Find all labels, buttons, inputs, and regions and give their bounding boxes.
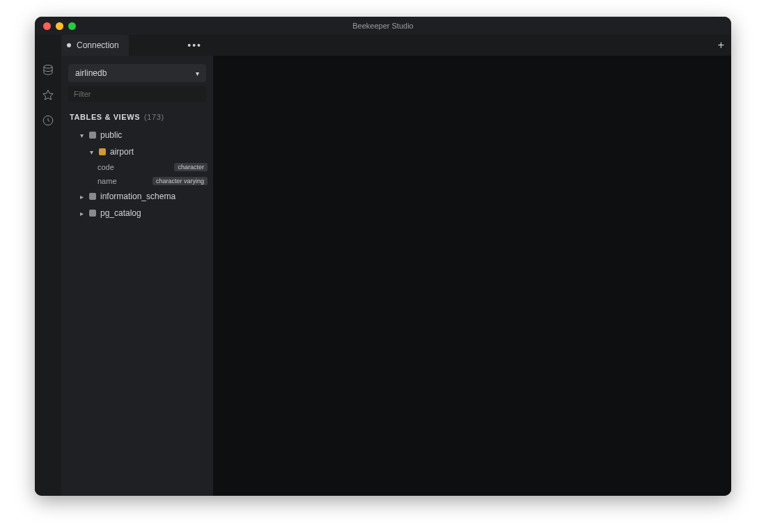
table-item-label: airport	[110, 147, 134, 157]
editor-area	[213, 56, 731, 496]
schema-tree: ▾ public ▾ airport code character name	[61, 127, 213, 221]
section-label: TABLES & VIEWS	[70, 113, 140, 121]
tab-connection-label: Connection	[77, 40, 119, 50]
app-window: Beekeeper Studio Connection ••• + airlin…	[35, 17, 731, 496]
schema-item-label: public	[100, 130, 122, 140]
svg-point-0	[44, 65, 52, 69]
schema-item-label: information_schema	[100, 191, 175, 201]
column-type-badge: character varying	[153, 177, 208, 185]
titlebar: Beekeeper Studio	[35, 17, 731, 35]
sidebar: airlinedb ▾ TABLES & VIEWS (173) ▾ publi…	[61, 56, 213, 496]
database-icon[interactable]	[42, 64, 54, 77]
tables-views-header: TABLES & VIEWS (173)	[61, 109, 213, 127]
schema-icon	[89, 210, 96, 217]
tab-status-dot-icon	[67, 43, 71, 47]
tab-connection[interactable]: Connection	[61, 35, 129, 56]
star-icon[interactable]	[42, 89, 54, 102]
table-item-airport[interactable]: ▾ airport	[61, 143, 213, 160]
filter-input[interactable]	[68, 86, 206, 102]
schema-icon	[89, 132, 96, 139]
section-count: (173)	[144, 113, 164, 121]
database-select-value: airlinedb	[75, 68, 107, 78]
schema-item-public[interactable]: ▾ public	[61, 127, 213, 143]
column-type-badge: character	[174, 163, 208, 171]
chevron-down-icon: ▾	[196, 70, 199, 77]
column-name: code	[97, 163, 114, 171]
database-select[interactable]: airlinedb ▾	[68, 64, 206, 82]
schema-item-pg-catalog[interactable]: ▸ pg_catalog	[61, 205, 213, 221]
chevron-right-icon: ▸	[78, 210, 85, 217]
tab-more-button[interactable]: •••	[187, 40, 724, 51]
table-icon	[99, 148, 106, 155]
schema-item-label: pg_catalog	[100, 208, 141, 218]
column-item[interactable]: name character varying	[61, 174, 213, 188]
window-title: Beekeeper Studio	[35, 22, 731, 30]
new-tab-button[interactable]: +	[718, 39, 724, 52]
column-item[interactable]: code character	[61, 160, 213, 174]
tab-strip: Connection ••• +	[35, 35, 731, 56]
schema-icon	[89, 193, 96, 200]
chevron-down-icon: ▾	[88, 148, 95, 156]
app-body: airlinedb ▾ TABLES & VIEWS (173) ▾ publi…	[35, 56, 731, 496]
activity-rail	[35, 56, 61, 496]
chevron-right-icon: ▸	[78, 193, 85, 201]
history-icon[interactable]	[42, 114, 54, 127]
column-name: name	[97, 177, 117, 185]
chevron-down-icon: ▾	[78, 132, 85, 139]
schema-item-information-schema[interactable]: ▸ information_schema	[61, 188, 213, 205]
